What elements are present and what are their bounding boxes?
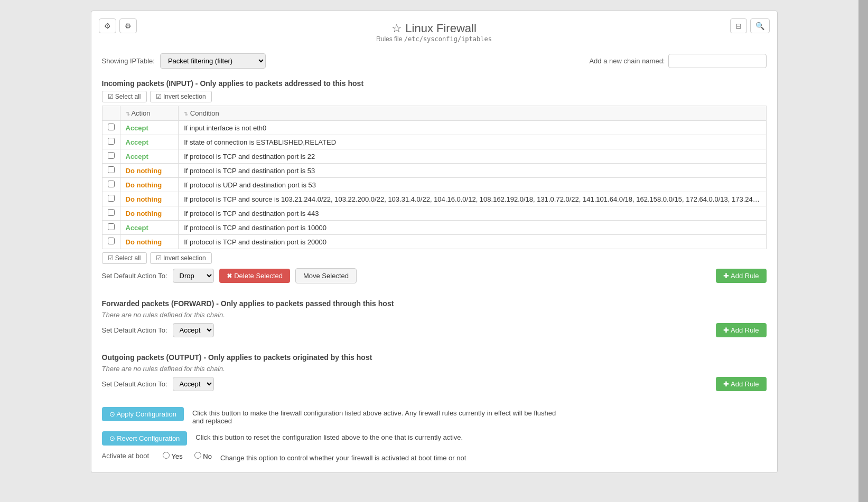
input-default-action-select[interactable]: Drop Accept Reject (173, 269, 214, 283)
forward-chain-section: Forwarded packets (FORWARD) - Only appli… (102, 299, 767, 337)
right-scrollbar-panel[interactable] (858, 0, 868, 502)
new-chain-label: Add a new chain named: (589, 57, 665, 65)
rule-action-5: Do nothing (120, 192, 179, 206)
output-add-rule-icon: ✚ (723, 380, 729, 388)
col-condition: ⇅ Condition (179, 106, 766, 121)
rule-condition-1: If state of connection is ESTABLISHED,RE… (179, 135, 766, 149)
condition-sort-icon: ⇅ (184, 111, 188, 117)
activate-yes-radio[interactable] (163, 452, 170, 459)
apply-config-description: Click this button to make the firewall c… (192, 407, 562, 425)
delete-icon: ✖ (227, 272, 232, 280)
input-chain-table: ⇅ Action ⇅ Condition Accept If input int… (102, 106, 767, 249)
table-row: Do nothing If protocol is TCP and destin… (102, 206, 766, 221)
filter-button[interactable]: ⊟ (730, 18, 747, 33)
input-add-rule-button[interactable]: ✚ Add Rule (716, 269, 766, 283)
rule-action-3: Do nothing (120, 164, 179, 178)
rule-checkbox-1[interactable] (108, 138, 115, 145)
row-checkbox-1[interactable] (102, 135, 120, 149)
activate-no-radio[interactable] (194, 452, 201, 459)
rule-action-0: Accept (120, 121, 179, 135)
rule-checkbox-3[interactable] (108, 166, 115, 173)
input-chain-top-selection-bar: ☑ Select all ☑ Invert selection (102, 91, 767, 102)
rule-checkbox-2[interactable] (108, 152, 115, 159)
iptable-selector-dropdown[interactable]: Packet filtering (filter) NAT (nat) Mang… (160, 53, 266, 69)
row-checkbox-3[interactable] (102, 164, 120, 178)
rule-condition-4: If protocol is UDP and destination port … (179, 178, 766, 192)
rule-action-7: Accept (120, 221, 179, 235)
input-invert-selection-top[interactable]: ☑ Invert selection (150, 91, 212, 102)
forward-chain-no-rules: There are no rules defined for this chai… (102, 311, 767, 319)
rule-checkbox-8[interactable] (108, 238, 115, 244)
forward-default-action-select[interactable]: Accept Drop Reject (173, 323, 214, 337)
rule-checkbox-0[interactable] (108, 124, 115, 130)
apply-icon: ⊙ (109, 410, 115, 418)
search-button[interactable]: 🔍 (750, 18, 770, 33)
rule-condition-6: If protocol is TCP and destination port … (179, 206, 766, 221)
row-checkbox-0[interactable] (102, 121, 120, 135)
activate-no-label[interactable]: No (194, 452, 212, 460)
revert-config-row: ⊙ Revert Configuration Click this button… (102, 431, 767, 446)
output-default-action-label: Set Default Action To: (102, 380, 167, 388)
row-checkbox-6[interactable] (102, 206, 120, 221)
rule-checkbox-7[interactable] (108, 223, 115, 230)
forward-default-action-label: Set Default Action To: (102, 326, 167, 334)
gear-button-2[interactable]: ⚙ (119, 18, 137, 33)
rules-file-path: Rules file /etc/sysconfig/iptables (102, 35, 767, 43)
table-row: Accept If input interface is not eth0 (102, 121, 766, 135)
activate-boot-row: Activate at boot Yes No Change this opti… (102, 452, 767, 462)
invert-icon-top: ☑ (156, 93, 162, 100)
apply-config-row: ⊙ Apply Configuration Click this button … (102, 407, 767, 425)
input-chain-bottom-selection-bar: ☑ Select all ☑ Invert selection (102, 252, 767, 264)
rule-condition-2: If protocol is TCP and destination port … (179, 149, 766, 164)
input-default-action-label: Set Default Action To: (102, 272, 167, 280)
rule-checkbox-4[interactable] (108, 181, 115, 187)
input-select-all-bottom[interactable]: ☑ Select all (102, 252, 147, 264)
star-icon: ☆ (391, 22, 402, 35)
output-chain-no-rules: There are no rules defined for this chai… (102, 365, 767, 373)
checkbox-icon-top: ☑ (108, 93, 114, 100)
apply-config-button[interactable]: ⊙ Apply Configuration (102, 407, 184, 421)
input-move-selected-button[interactable]: Move Selected (295, 268, 357, 283)
input-chain-title: Incoming packets (INPUT) - Only applies … (102, 79, 767, 88)
rule-condition-3: If protocol is TCP and destination port … (179, 164, 766, 178)
table-row: Do nothing If protocol is UDP and destin… (102, 178, 766, 192)
page-title: ☆ Linux Firewall (102, 22, 767, 35)
row-checkbox-2[interactable] (102, 149, 120, 164)
rule-checkbox-5[interactable] (108, 195, 115, 202)
invert-icon-bottom: ☑ (156, 254, 162, 262)
rule-action-4: Do nothing (120, 178, 179, 192)
input-delete-selected-button[interactable]: ✖ Delete Selected (219, 269, 290, 283)
rule-condition-7: If protocol is TCP and destination port … (179, 221, 766, 235)
activate-yes-label[interactable]: Yes (163, 452, 183, 460)
table-row: Do nothing If protocol is TCP and source… (102, 192, 766, 206)
activate-boot-label: Activate at boot (102, 452, 150, 460)
output-chain-footer: Set Default Action To: Accept Drop Rejec… (102, 377, 767, 391)
row-checkbox-4[interactable] (102, 178, 120, 192)
bottom-actions: ⊙ Apply Configuration Click this button … (102, 407, 767, 462)
iptable-selector-label: Showing IPTable: (102, 57, 155, 65)
revert-config-button[interactable]: ⊙ Revert Configuration (102, 431, 188, 446)
forward-chain-footer: Set Default Action To: Accept Drop Rejec… (102, 323, 767, 337)
row-checkbox-5[interactable] (102, 192, 120, 206)
input-chain-section: Incoming packets (INPUT) - Only applies … (102, 79, 767, 283)
output-add-rule-button[interactable]: ✚ Add Rule (716, 377, 766, 391)
rule-action-2: Accept (120, 149, 179, 164)
table-row: Accept If protocol is TCP and destinatio… (102, 149, 766, 164)
gear-button-1[interactable]: ⚙ (99, 18, 116, 33)
input-chain-footer: Set Default Action To: Drop Accept Rejec… (102, 268, 767, 283)
checkbox-icon-bottom: ☑ (108, 254, 114, 262)
iptable-selector-row: Showing IPTable: Packet filtering (filte… (102, 53, 767, 69)
table-row: Do nothing If protocol is TCP and destin… (102, 235, 766, 249)
new-chain-input[interactable] (668, 54, 767, 68)
activate-boot-description: Change this option to control whether yo… (220, 452, 466, 462)
forward-add-rule-button[interactable]: ✚ Add Rule (716, 323, 766, 337)
row-checkbox-8[interactable] (102, 235, 120, 249)
output-default-action-select[interactable]: Accept Drop Reject (173, 377, 214, 391)
rule-checkbox-6[interactable] (108, 209, 115, 216)
col-checkbox (102, 106, 120, 121)
input-select-all-top[interactable]: ☑ Select all (102, 91, 147, 102)
rule-action-1: Accept (120, 135, 179, 149)
row-checkbox-7[interactable] (102, 221, 120, 235)
table-row: Accept If state of connection is ESTABLI… (102, 135, 766, 149)
input-invert-selection-bottom[interactable]: ☑ Invert selection (150, 252, 212, 264)
